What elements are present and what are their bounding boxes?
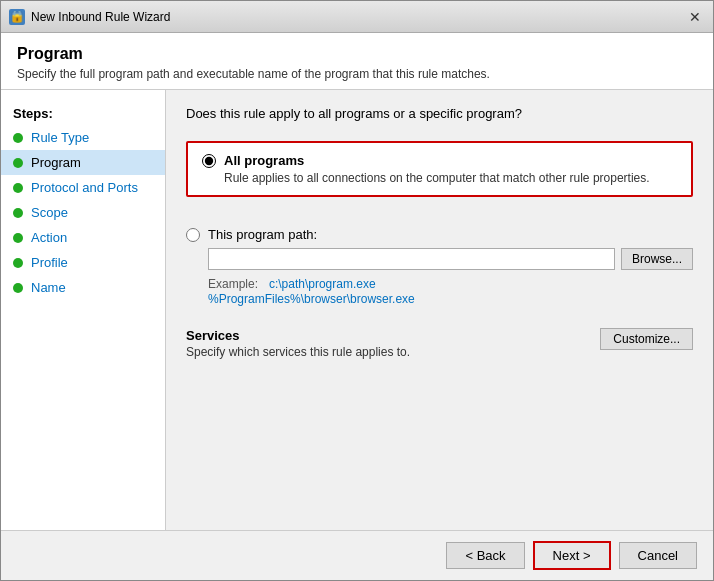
sidebar-label: Steps: [1, 102, 165, 125]
services-section: Services Specify which services this rul… [186, 328, 693, 359]
question-text: Does this rule apply to all programs or … [186, 106, 693, 121]
page-subtitle: Specify the full program path and execut… [17, 67, 697, 81]
sidebar-item-profile[interactable]: Profile [1, 250, 165, 275]
sidebar-label-scope: Scope [31, 205, 68, 220]
window-title: New Inbound Rule Wizard [31, 10, 685, 24]
page-title: Program [17, 45, 697, 63]
sidebar-label-protocol-ports: Protocol and Ports [31, 180, 138, 195]
step-dot-rule-type [13, 133, 23, 143]
next-button[interactable]: Next > [533, 541, 611, 570]
step-dot-protocol-ports [13, 183, 23, 193]
this-program-radio[interactable] [186, 228, 200, 242]
all-programs-label: All programs [224, 153, 304, 168]
sidebar-label-action: Action [31, 230, 67, 245]
step-dot-scope [13, 208, 23, 218]
main-panel: Does this rule apply to all programs or … [166, 90, 713, 530]
example-label: Example: [208, 277, 258, 291]
step-dot-name [13, 283, 23, 293]
step-dot-action [13, 233, 23, 243]
all-programs-option-box: All programs Rule applies to all connect… [186, 141, 693, 197]
program-path-row: Browse... [186, 248, 693, 270]
this-program-row: This program path: [186, 227, 693, 242]
this-program-section: This program path: Browse... Example: c:… [186, 219, 693, 306]
sidebar-label-name: Name [31, 280, 66, 295]
step-dot-program [13, 158, 23, 168]
page-header: Program Specify the full program path an… [1, 33, 713, 90]
all-programs-radio[interactable] [202, 154, 216, 168]
sidebar-item-program[interactable]: Program [1, 150, 165, 175]
services-title: Services [186, 328, 410, 343]
step-dot-profile [13, 258, 23, 268]
sidebar-item-protocol-ports[interactable]: Protocol and Ports [1, 175, 165, 200]
window-icon: 🔒 [9, 9, 25, 25]
sidebar-item-rule-type[interactable]: Rule Type [1, 125, 165, 150]
sidebar-item-action[interactable]: Action [1, 225, 165, 250]
wizard-window: 🔒 New Inbound Rule Wizard ✕ Program Spec… [0, 0, 714, 581]
this-program-label: This program path: [208, 227, 317, 242]
footer: < Back Next > Cancel [1, 530, 713, 580]
browse-button[interactable]: Browse... [621, 248, 693, 270]
sidebar-item-scope[interactable]: Scope [1, 200, 165, 225]
services-header-row: Services Specify which services this rul… [186, 328, 693, 359]
title-bar: 🔒 New Inbound Rule Wizard ✕ [1, 1, 713, 33]
sidebar-label-program: Program [31, 155, 81, 170]
services-description: Specify which services this rule applies… [186, 345, 410, 359]
sidebar-label-rule-type: Rule Type [31, 130, 89, 145]
services-text-block: Services Specify which services this rul… [186, 328, 410, 359]
program-path-input[interactable] [208, 248, 615, 270]
all-programs-row: All programs [202, 153, 677, 168]
sidebar: Steps: Rule Type Program Protocol and Po… [1, 90, 166, 530]
example-row: Example: c:\path\program.exe %ProgramFil… [186, 276, 693, 306]
sidebar-label-profile: Profile [31, 255, 68, 270]
all-programs-description: Rule applies to all connections on the c… [202, 171, 677, 185]
customize-button[interactable]: Customize... [600, 328, 693, 350]
cancel-button[interactable]: Cancel [619, 542, 697, 569]
sidebar-item-name[interactable]: Name [1, 275, 165, 300]
content-area: Steps: Rule Type Program Protocol and Po… [1, 90, 713, 530]
svg-text:🔒: 🔒 [11, 11, 23, 23]
back-button[interactable]: < Back [446, 542, 524, 569]
close-button[interactable]: ✕ [685, 7, 705, 27]
